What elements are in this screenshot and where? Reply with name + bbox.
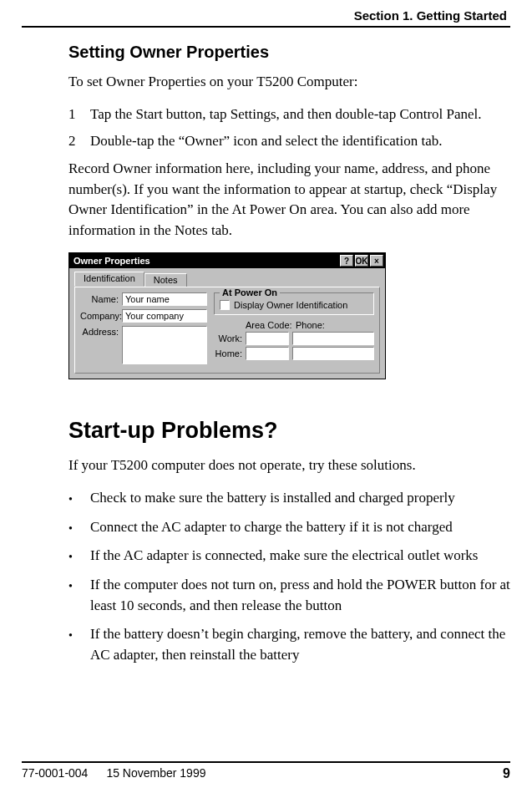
list-item: • Check to make sure the battery is inst… bbox=[68, 488, 510, 509]
bullet-text: Check to make sure the battery is instal… bbox=[90, 488, 455, 509]
work-area-code-input[interactable] bbox=[246, 332, 289, 345]
display-owner-checkbox[interactable] bbox=[220, 300, 230, 310]
company-input[interactable]: Your company bbox=[122, 309, 207, 323]
home-label: Home: bbox=[214, 348, 246, 358]
footer-rule bbox=[22, 761, 510, 763]
bullet-list: • Check to make sure the battery is inst… bbox=[68, 488, 510, 665]
work-phone-input[interactable] bbox=[292, 332, 374, 345]
step-text: Tap the Start button, tap Settings, and … bbox=[90, 104, 482, 125]
checkbox-label: Display Owner Identification bbox=[234, 300, 347, 310]
record-paragraph: Record Owner information here, including… bbox=[68, 159, 510, 241]
list-item: • Connect the AC adapter to charge the b… bbox=[68, 517, 510, 538]
company-label: Company: bbox=[80, 311, 122, 321]
name-label: Name: bbox=[80, 294, 122, 304]
group-legend: At Power On bbox=[220, 287, 280, 297]
step-item: 1 Tap the Start button, tap Settings, an… bbox=[68, 104, 510, 125]
area-code-label: Area Code: bbox=[246, 320, 292, 330]
work-label: Work: bbox=[214, 333, 246, 343]
bullet-icon: • bbox=[68, 575, 90, 616]
bullet-text: If the AC adapter is connected, make sur… bbox=[90, 546, 479, 567]
bullet-icon: • bbox=[68, 488, 90, 509]
tab-identification[interactable]: Identification bbox=[74, 272, 144, 287]
step-text: Double-tap the “Owner” icon and select t… bbox=[90, 131, 443, 152]
heading-startup-problems: Start-up Problems? bbox=[68, 418, 510, 444]
at-power-on-group: At Power On Display Owner Identification bbox=[214, 292, 374, 315]
tab-notes[interactable]: Notes bbox=[144, 273, 187, 287]
section-header: Section 1. Getting Started bbox=[22, 8, 510, 26]
problems-intro: If your T5200 computer does not operate,… bbox=[68, 455, 510, 476]
step-number: 1 bbox=[68, 104, 90, 125]
bullet-icon: • bbox=[68, 517, 90, 538]
bullet-icon: • bbox=[68, 546, 90, 567]
ok-button[interactable]: OK bbox=[355, 255, 368, 267]
address-label: Address: bbox=[80, 326, 122, 337]
doc-number: 77-0001-004 bbox=[22, 766, 88, 781]
owner-properties-window: Owner Properties ? OK × Identification N… bbox=[68, 252, 386, 379]
bullet-icon: • bbox=[68, 624, 90, 665]
page-number: 9 bbox=[503, 766, 510, 781]
window-titlebar: Owner Properties ? OK × bbox=[69, 253, 385, 268]
home-area-code-input[interactable] bbox=[246, 347, 289, 360]
window-title: Owner Properties bbox=[73, 256, 338, 266]
phone-header: Area Code: Phone: bbox=[214, 320, 374, 330]
tab-panel: Name: Your name Company: Your company Ad… bbox=[74, 287, 380, 374]
bullet-text: Connect the AC adapter to charge the bat… bbox=[90, 517, 453, 538]
bullet-text: If the battery doesn’t begin charging, r… bbox=[90, 624, 510, 665]
list-item: • If the battery doesn’t begin charging,… bbox=[68, 624, 510, 665]
list-item: • If the AC adapter is connected, make s… bbox=[68, 546, 510, 567]
numbered-steps: 1 Tap the Start button, tap Settings, an… bbox=[68, 104, 510, 152]
intro-paragraph: To set Owner Properties on your T5200 Co… bbox=[68, 72, 510, 93]
phone-label: Phone: bbox=[296, 320, 325, 330]
page-footer: 77-0001-004 15 November 1999 9 bbox=[22, 761, 510, 781]
help-button[interactable]: ? bbox=[340, 255, 353, 267]
address-input[interactable] bbox=[122, 326, 207, 364]
bullet-text: If the computer does not turn on, press … bbox=[90, 575, 510, 616]
close-button[interactable]: × bbox=[370, 255, 383, 267]
heading-setting-owner: Setting Owner Properties bbox=[68, 43, 510, 62]
step-item: 2 Double-tap the “Owner” icon and select… bbox=[68, 131, 510, 152]
home-phone-input[interactable] bbox=[292, 347, 374, 360]
step-number: 2 bbox=[68, 131, 90, 152]
name-input[interactable]: Your name bbox=[122, 292, 207, 306]
doc-date: 15 November 1999 bbox=[88, 766, 503, 781]
list-item: • If the computer does not turn on, pres… bbox=[68, 575, 510, 616]
tab-strip: Identification Notes bbox=[69, 268, 385, 287]
